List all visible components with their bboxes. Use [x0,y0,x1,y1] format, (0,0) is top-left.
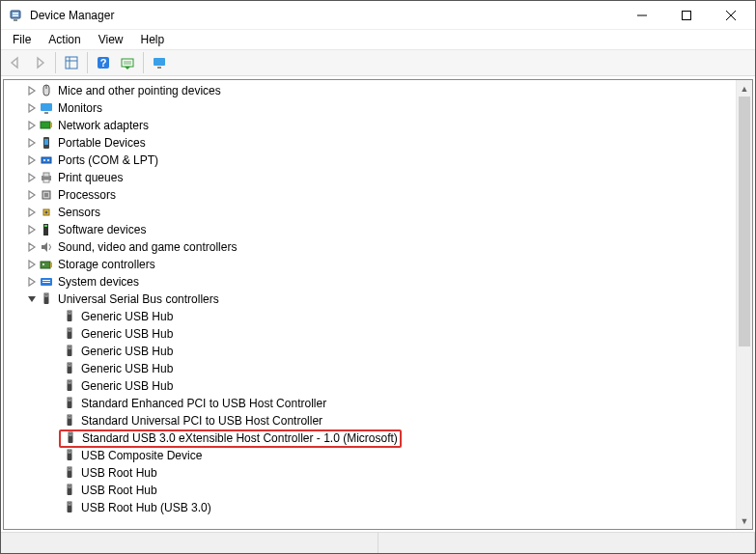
category-system-devices[interactable]: System devices [4,273,736,291]
device-item[interactable]: USB Composite Device [4,447,736,464]
svg-rect-15 [154,58,165,66]
category-sensors[interactable]: Sensors [4,204,736,221]
device-tree[interactable]: Mice and other pointing devicesMonitorsN… [4,80,736,529]
svg-rect-51 [68,328,71,332]
monitor-view-button[interactable] [148,51,171,74]
svg-rect-43 [44,293,48,297]
device-label: USB Composite Device [81,447,202,464]
expand-icon[interactable] [25,84,39,97]
device-item[interactable]: Generic USB Hub [4,325,736,343]
expand-icon[interactable] [25,171,39,184]
back-button[interactable] [4,51,27,74]
scroll-up-button[interactable]: ▲ [737,80,752,97]
category-ports-com-lpt-[interactable]: Ports (COM & LPT) [4,152,736,169]
category-label: System devices [58,273,139,291]
expand-icon[interactable] [25,101,39,115]
category-label: Print queues [58,169,123,186]
scroll-down-button[interactable]: ▼ [737,512,752,529]
menu-action[interactable]: Action [41,31,88,48]
device-item[interactable]: USB Root Hub (USB 3.0) [4,499,736,516]
device-item[interactable]: USB Root Hub [4,464,736,482]
svg-rect-64 [68,384,72,391]
expand-icon[interactable] [25,136,39,150]
device-item[interactable]: Standard Enhanced PCI to USB Host Contro… [4,395,736,412]
category-processors[interactable]: Processors [4,186,736,204]
expand-icon[interactable] [25,188,39,202]
usb-icon [62,465,77,481]
category-software-devices[interactable]: Software devices [4,221,736,238]
category-storage-controllers[interactable]: Storage controllers [4,256,736,273]
forward-button[interactable] [28,51,51,74]
svg-rect-8 [66,57,77,69]
device-item[interactable]: Generic USB Hub [4,308,736,325]
category-monitors[interactable]: Monitors [4,99,736,117]
category-network-adapters[interactable]: Network adapters [4,117,736,134]
category-label: Network adapters [58,117,149,134]
menu-view[interactable]: View [91,31,131,48]
device-label: USB Root Hub (USB 3.0) [81,499,211,516]
device-item[interactable]: Standard Universal PCI to USB Host Contr… [4,412,736,429]
expand-icon[interactable] [25,153,39,167]
svg-rect-76 [69,436,73,443]
svg-rect-48 [68,315,72,321]
help-button[interactable]: ? [92,51,115,74]
scan-hardware-button[interactable] [116,51,139,74]
expand-icon[interactable] [25,258,39,271]
svg-point-38 [42,263,44,265]
expand-icon[interactable] [25,240,39,254]
svg-rect-44 [44,297,49,304]
svg-rect-1 [13,13,18,14]
sound-icon [39,239,54,255]
svg-rect-70 [70,399,70,401]
svg-rect-62 [70,364,70,366]
expand-icon[interactable] [25,223,39,236]
category-universal-serial-bus-controllers[interactable]: Universal Serial Bus controllers [4,291,736,308]
show-hide-tree-button[interactable] [60,51,83,74]
device-label: Standard Enhanced PCI to USB Host Contro… [81,395,326,412]
device-label: Generic USB Hub [81,377,173,395]
toolbar-separator [87,52,88,73]
device-item[interactable]: Generic USB Hub [4,343,736,360]
minimize-button[interactable] [620,1,664,30]
svg-rect-90 [70,485,70,487]
usb-icon [62,448,77,463]
content-area: Mice and other pointing devicesMonitorsN… [1,76,755,532]
close-button[interactable] [709,1,753,30]
device-label: USB Root Hub [81,464,157,482]
svg-rect-16 [157,67,161,69]
svg-point-34 [45,211,48,214]
svg-rect-87 [68,485,71,488]
device-label: Standard USB 3.0 eXtensible Host Control… [82,429,398,447]
category-sound-video-and-game-controllers[interactable]: Sound, video and game controllers [4,238,736,256]
usb-icon [62,500,77,515]
expand-icon[interactable] [25,119,39,132]
device-item[interactable]: Generic USB Hub [4,360,736,377]
usb-icon [63,430,78,446]
menu-help[interactable]: Help [133,31,173,48]
vertical-scrollbar[interactable]: ▲ ▼ [736,80,752,529]
title-bar: Device Manager [1,1,755,30]
device-item[interactable]: USB Root Hub [4,482,736,499]
menu-file[interactable]: File [5,31,39,48]
device-item[interactable]: Standard USB 3.0 eXtensible Host Control… [4,429,736,447]
category-mice-and-other-pointing-devices[interactable]: Mice and other pointing devices [4,82,736,99]
device-item[interactable]: Generic USB Hub [4,377,736,395]
expand-icon[interactable] [25,206,39,219]
portable-icon [39,135,54,151]
printer-icon [39,170,54,185]
category-label: Processors [58,186,116,204]
scroll-thumb[interactable] [739,97,750,346]
svg-rect-29 [43,173,49,177]
svg-rect-21 [41,122,50,128]
collapse-icon[interactable] [25,292,39,306]
device-label: Generic USB Hub [81,308,173,325]
scroll-track[interactable] [737,97,752,512]
category-portable-devices[interactable]: Portable Devices [4,134,736,152]
category-label: Sound, video and game controllers [58,238,237,256]
svg-rect-52 [68,332,72,339]
expand-icon[interactable] [25,275,39,289]
category-print-queues[interactable]: Print queues [4,169,736,186]
maximize-button[interactable] [664,1,709,30]
netcard-icon [39,118,54,133]
usb-icon [62,326,77,342]
